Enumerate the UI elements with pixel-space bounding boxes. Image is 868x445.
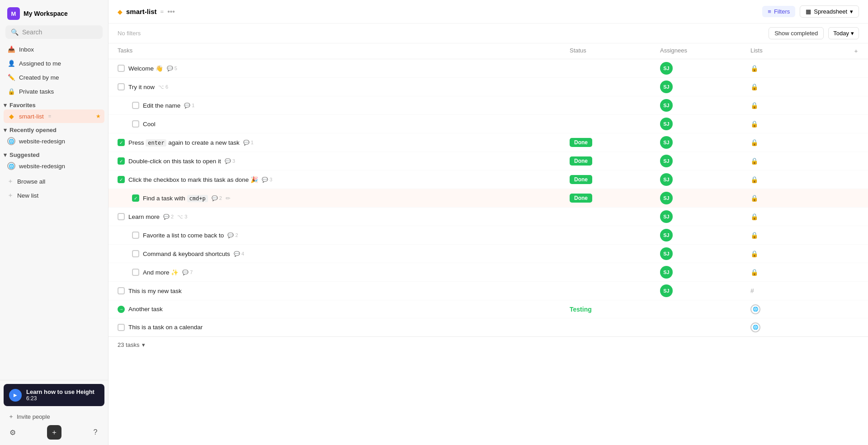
task-rows-container: Welcome 👋 💬 5 SJ 🔒 Try it now ⌥ 6 SJ 🔒 E… xyxy=(108,59,868,336)
checkbox[interactable] xyxy=(118,65,125,72)
plus-icon: ＋ xyxy=(7,177,14,185)
task-cell: And more ✨ 💬 7 xyxy=(132,269,570,276)
help-button[interactable]: ? xyxy=(88,425,103,440)
workspace-icon: M xyxy=(7,7,20,20)
sidebar-item-suggested-website-redesign[interactable]: 🌐 website-redesign xyxy=(4,159,104,173)
list-cell: 🔒 xyxy=(750,120,841,128)
checkbox[interactable] xyxy=(118,287,125,294)
sidebar-item-private[interactable]: 🔒 Private tasks xyxy=(4,85,104,98)
suggested-section-header[interactable]: ▾ Suggested xyxy=(0,148,108,159)
table-row[interactable]: Edit the name 💬 1 SJ 🔒 xyxy=(108,96,868,115)
search-label: Search xyxy=(22,28,42,36)
search-bar[interactable]: 🔍 Search xyxy=(5,25,103,39)
search-icon: 🔍 xyxy=(11,28,19,36)
learn-card[interactable]: ▶ Learn how to use Height 6:23 xyxy=(4,384,104,406)
add-button[interactable]: ＋ xyxy=(47,425,61,440)
assignee-cell: SJ xyxy=(660,247,750,260)
checkbox[interactable] xyxy=(132,269,139,276)
settings-button[interactable]: ⚙ xyxy=(5,425,20,440)
today-label: Today xyxy=(833,30,849,37)
avatar: SJ xyxy=(660,192,673,204)
table-row[interactable]: Try it now ⌥ 6 SJ 🔒 xyxy=(108,78,868,96)
comment-count: 💬 4 xyxy=(234,251,244,257)
table-row[interactable]: Cool SJ 🔒 xyxy=(108,115,868,133)
avatar: SJ xyxy=(660,229,673,241)
sidebar-item-website-redesign[interactable]: 🌐 website-redesign xyxy=(4,134,104,148)
checkbox[interactable]: ✓ xyxy=(118,176,125,183)
table-row[interactable]: → Another task Testing 🌐 xyxy=(108,300,868,318)
table-row[interactable]: Welcome 👋 💬 5 SJ 🔒 xyxy=(108,59,868,78)
table-row[interactable]: This is a task on a calendar 🌐 xyxy=(108,318,868,336)
recently-opened-section-header[interactable]: ▾ Recently opened xyxy=(0,123,108,134)
avatar: SJ xyxy=(660,173,673,186)
list-cell: # xyxy=(750,287,841,294)
assignee-cell: SJ xyxy=(660,118,750,130)
sidebar-item-smart-list[interactable]: ◆ smart-list = ★ xyxy=(4,109,104,123)
main-content: ◆ smart-list = ••• ≡ Filters ▦ Spreadshe… xyxy=(108,0,868,445)
favorites-section-header[interactable]: ▾ Favorites xyxy=(0,98,108,109)
globe-icon: 🌐 xyxy=(750,322,760,332)
checkbox[interactable] xyxy=(118,213,125,220)
task-name: Edit the name xyxy=(143,102,180,109)
status-column-header: Status xyxy=(570,47,660,55)
table-row[interactable]: And more ✨ 💬 7 SJ 🔒 xyxy=(108,263,868,282)
avatar: SJ xyxy=(660,99,673,112)
lock-icon: 🔒 xyxy=(7,87,15,95)
table-row[interactable]: ✓ Press enter again to create a new task… xyxy=(108,133,868,152)
sidebar-item-label: Assigned to me xyxy=(19,60,61,67)
checkbox[interactable] xyxy=(132,232,139,239)
table-row[interactable]: ✓ Click the checkbox to mark this task a… xyxy=(108,170,868,189)
table-row[interactable]: Command & keyboard shortcuts 💬 4 SJ 🔒 xyxy=(108,245,868,263)
status-cell: Done xyxy=(570,175,660,184)
sidebar-item-inbox[interactable]: 📥 Inbox xyxy=(4,43,104,56)
checkbox[interactable] xyxy=(132,250,139,257)
lock-icon: 🔒 xyxy=(750,83,758,90)
sidebar-item-label: Created by me xyxy=(19,74,59,81)
chevron-down-icon: ▾ xyxy=(142,341,145,348)
sidebar-item-label: website-redesign xyxy=(19,138,65,145)
avatar: SJ xyxy=(660,284,673,297)
more-options-icon[interactable]: ••• xyxy=(167,8,175,16)
checkbox[interactable] xyxy=(132,120,139,128)
status-cell: Done xyxy=(570,138,660,147)
table-row[interactable]: Favorite a list to come back to 💬 2 SJ 🔒 xyxy=(108,226,868,245)
sidebar-item-created[interactable]: ✏️ Created by me xyxy=(4,71,104,84)
table-row[interactable]: Learn more 💬 2⌥ 3 SJ 🔒 xyxy=(108,208,868,226)
play-button[interactable]: ▶ xyxy=(9,389,22,402)
task-cell: Favorite a list to come back to 💬 2 xyxy=(132,232,570,239)
task-count: 23 tasks xyxy=(118,341,139,348)
new-list-button[interactable]: ＋ New list xyxy=(4,189,104,202)
spreadsheet-button[interactable]: ▦ Spreadsheet ▾ xyxy=(800,5,859,18)
chevron-down-icon: ▾ xyxy=(4,127,7,133)
filter-equals-icon: = xyxy=(160,8,164,15)
task-cell: ✓ Press enter again to create a new task… xyxy=(118,139,570,146)
suggested-nav: 🌐 website-redesign xyxy=(0,159,108,173)
table-row[interactable]: This is my new task SJ # xyxy=(108,282,868,300)
diamond-icon: ◆ xyxy=(7,112,15,120)
task-name: Click the checkbox to mark this task as … xyxy=(128,176,258,183)
table-row[interactable]: ✓ Find a task with cmd+p 💬 2 ✏ Done SJ 🔒 xyxy=(108,189,868,208)
task-cell: Learn more 💬 2⌥ 3 xyxy=(118,213,570,220)
checkbox[interactable] xyxy=(118,324,125,331)
add-column-button[interactable]: ＋ xyxy=(841,47,859,55)
sidebar-item-assigned[interactable]: 👤 Assigned to me xyxy=(4,57,104,70)
browse-all-button[interactable]: ＋ Browse all xyxy=(4,175,104,188)
hash-icon: # xyxy=(750,287,754,294)
edit-icon[interactable]: ✏ xyxy=(226,195,231,202)
checkbox[interactable] xyxy=(118,83,125,90)
lock-icon: 🔒 xyxy=(750,176,758,183)
checkbox[interactable]: → xyxy=(118,306,125,313)
table-row[interactable]: ✓ Double-click on this task to open it 💬… xyxy=(108,152,868,170)
checkbox[interactable] xyxy=(132,102,139,109)
checkbox[interactable]: ✓ xyxy=(118,157,125,165)
list-cell: 🌐 xyxy=(750,322,841,332)
inbox-icon: 📥 xyxy=(7,45,15,53)
invite-people-button[interactable]: ＋ Invite people xyxy=(4,410,104,423)
show-completed-button[interactable]: Show completed xyxy=(769,27,824,39)
assignee-cell: SJ xyxy=(660,284,750,297)
filters-button[interactable]: ≡ Filters xyxy=(762,6,795,17)
checkbox[interactable]: ✓ xyxy=(118,139,125,146)
today-button[interactable]: Today ▾ xyxy=(828,27,859,39)
checkbox[interactable]: ✓ xyxy=(132,194,139,202)
list-title: smart-list xyxy=(126,8,157,15)
